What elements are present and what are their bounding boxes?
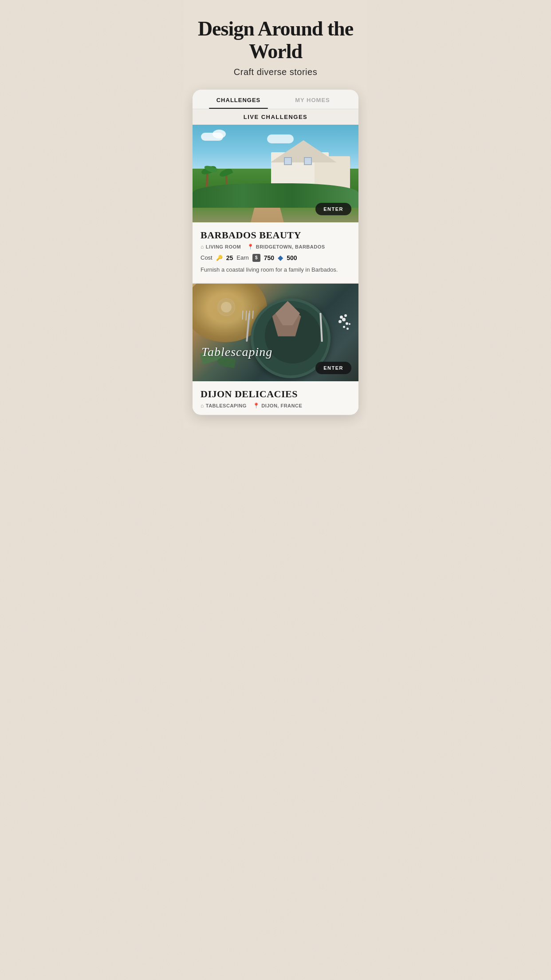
room-icon: ⌂ xyxy=(201,244,204,250)
dijon-meta: ⌂ Tablescaping 📍 Dijon, France xyxy=(201,403,350,409)
barbados-info: Barbados Beauty ⌂ Living Room 📍 Bridgeto… xyxy=(193,222,358,282)
dijon-title: Dijon Delicacies xyxy=(201,388,350,400)
barbados-title: Barbados Beauty xyxy=(201,229,350,241)
barbados-room-type: ⌂ Living Room xyxy=(201,244,241,250)
dijon-image: Tablescaping Enter xyxy=(193,284,358,381)
tablescaping-label: Tablescaping xyxy=(201,345,272,359)
barbados-stats: Cost 🔑 25 Earn $ 750 ◆ 500 xyxy=(201,253,350,262)
cost-value: 25 xyxy=(226,254,233,261)
tab-my-homes[interactable]: My Homes xyxy=(276,90,350,109)
hero-subtitle: Craft diverse stories xyxy=(193,67,358,77)
tablescaping-icon: ⌂ xyxy=(201,403,204,409)
dijon-info: Dijon Delicacies ⌂ Tablescaping 📍 Dijon,… xyxy=(193,381,358,414)
earn-label: Earn xyxy=(236,254,248,261)
challenge-card-barbados: Enter Barbados Beauty ⌂ Living Room 📍 Br… xyxy=(193,125,358,282)
diamond-value: 500 xyxy=(287,254,297,261)
dollar-icon: $ xyxy=(252,254,260,262)
page-wrapper: Design Around the World Craft diverse st… xyxy=(184,0,367,428)
challenge-card-dijon: Tablescaping Enter Dijon Delicacies ⌂ Ta… xyxy=(193,284,358,414)
tabs-bar: Challenges My Homes xyxy=(193,90,358,109)
app-card: Challenges My Homes Live Challenges xyxy=(193,90,358,415)
barbados-meta: ⌂ Living Room 📍 Bridgetown, Barbados xyxy=(201,244,350,250)
tab-challenges[interactable]: Challenges xyxy=(201,90,276,109)
dijon-enter-button[interactable]: Enter xyxy=(315,362,351,374)
dijon-location: 📍 Dijon, France xyxy=(253,403,303,409)
barbados-description: Furnish a coastal living room for a fami… xyxy=(201,265,350,274)
hero-title: Design Around the World xyxy=(193,18,358,63)
cost-label: Cost xyxy=(201,254,213,261)
barbados-enter-button[interactable]: Enter xyxy=(315,203,351,215)
section-header: Live Challenges xyxy=(193,109,358,125)
dijon-room-type: ⌂ Tablescaping xyxy=(201,403,247,409)
earn-value: 750 xyxy=(264,254,274,261)
barbados-image: Enter xyxy=(193,125,358,222)
key-icon: 🔑 xyxy=(216,255,223,261)
barbados-location: 📍 Bridgetown, Barbados xyxy=(247,244,325,250)
diamond-icon: ◆ xyxy=(278,253,283,262)
dijon-location-icon: 📍 xyxy=(253,403,260,409)
location-icon: 📍 xyxy=(247,244,254,250)
